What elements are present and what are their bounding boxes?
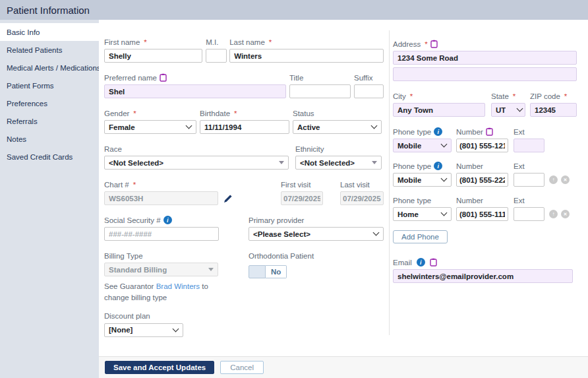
sidebar-item-patient-forms[interactable]: Patient Forms — [0, 77, 99, 94]
guarantor-note: See Guarantor Brad Winters to change bil… — [104, 281, 229, 304]
email-label: Email — [393, 258, 573, 267]
remove-phone-icon[interactable] — [561, 210, 570, 218]
address-line2-input[interactable] — [393, 67, 577, 81]
move-up-icon[interactable] — [549, 175, 558, 184]
required-marker: * — [144, 38, 146, 46]
first-visit-input — [281, 191, 323, 205]
chevron-down-icon — [371, 123, 378, 129]
birthdate-label: Birthdate* — [200, 109, 289, 117]
birthdate-input[interactable] — [200, 120, 289, 134]
add-phone-button[interactable]: Add Phone — [393, 230, 448, 243]
info-icon[interactable] — [417, 258, 425, 267]
billing-type-select: Standard Billing — [104, 263, 218, 276]
suffix-label: Suffix — [354, 73, 384, 82]
clipboard-icon[interactable] — [160, 73, 167, 82]
toggle-track — [249, 265, 266, 278]
race-select[interactable]: <Not Selected> — [104, 156, 289, 170]
phone-ext-input[interactable] — [514, 139, 544, 152]
phone-ext-input[interactable] — [514, 207, 544, 221]
sidebar-item-saved-credit-cards[interactable]: Saved Credit Cards — [0, 148, 99, 166]
required-marker: * — [425, 40, 427, 48]
billing-type-label: Billing Type — [104, 251, 247, 260]
city-label: City* — [393, 92, 485, 100]
ssn-input[interactable] — [104, 227, 219, 241]
preferred-name-input[interactable] — [104, 84, 286, 98]
sidebar: Basic Info Related Patients Medical Aler… — [0, 20, 99, 378]
save-button[interactable]: Save and Accept Updates — [105, 361, 214, 374]
move-up-icon[interactable] — [549, 210, 558, 218]
phone-ext-input[interactable] — [514, 173, 544, 187]
mi-input[interactable] — [206, 49, 227, 63]
chart-number-input — [104, 191, 218, 205]
state-label: State* — [491, 92, 525, 100]
phone-type-label: Phone type — [393, 196, 452, 205]
phone-type-select[interactable]: Mobile — [393, 139, 452, 152]
title-input[interactable] — [289, 84, 351, 98]
clipboard-icon[interactable] — [430, 258, 437, 267]
phone-number-input[interactable] — [456, 173, 508, 187]
gender-select[interactable]: Female — [104, 120, 196, 134]
chevron-down-icon — [441, 175, 448, 182]
form-footer: Save and Accept Updates Cancel — [99, 356, 588, 378]
status-select[interactable]: Active — [293, 120, 382, 134]
last-visit-label: Last visit — [340, 180, 384, 189]
info-icon[interactable] — [434, 127, 442, 136]
sidebar-item-basic-info[interactable]: Basic Info — [0, 23, 99, 41]
zip-input[interactable] — [530, 103, 577, 117]
phone-number-label: Number — [456, 196, 508, 205]
ethnicity-select[interactable]: <Not Selected> — [295, 156, 382, 170]
email-input[interactable] — [393, 269, 573, 283]
first-name-label: First name* — [104, 38, 202, 46]
address-label: Address* — [393, 40, 577, 48]
chevron-down-icon — [517, 106, 523, 112]
discount-plan-select[interactable]: [None] — [104, 323, 183, 337]
basic-info-form: First name* M.I. Last name* Pre — [99, 20, 384, 356]
phone-number-input[interactable] — [456, 139, 508, 152]
page-title: Patient Information — [7, 5, 90, 16]
suffix-input[interactable] — [354, 84, 384, 98]
cancel-button[interactable]: Cancel — [220, 361, 264, 374]
phone-type-select[interactable]: Home — [393, 207, 452, 221]
ethnicity-label: Ethnicity — [295, 144, 382, 153]
mi-label: M.I. — [206, 38, 227, 46]
page-header: Patient Information — [0, 0, 588, 20]
caret-down-icon — [372, 161, 377, 164]
remove-phone-icon[interactable] — [561, 175, 570, 184]
caret-down-icon — [279, 161, 284, 164]
sidebar-item-related-patients[interactable]: Related Patients — [0, 41, 99, 59]
sidebar-item-medical-alerts[interactable]: Medical Alerts / Medications — [0, 59, 99, 77]
sidebar-item-referrals[interactable]: Referrals — [0, 112, 99, 130]
clipboard-icon[interactable] — [430, 40, 438, 48]
toggle-state-label: No — [266, 265, 287, 278]
guarantor-link[interactable]: Brad Winters — [156, 282, 200, 290]
ssn-label: Social Security # — [104, 216, 219, 224]
orthodontia-toggle[interactable]: No — [249, 265, 384, 278]
phone-number-input[interactable] — [456, 207, 508, 221]
phone-number-label: Number — [456, 127, 508, 136]
address-line1-input[interactable] — [393, 51, 577, 65]
phone-ext-label: Ext — [514, 127, 544, 136]
required-marker: * — [234, 110, 237, 117]
sidebar-item-notes[interactable]: Notes — [0, 130, 99, 148]
chevron-down-icon — [441, 210, 448, 216]
contact-info-form: Address* City* State* UT — [393, 20, 579, 356]
required-marker: * — [269, 38, 272, 46]
info-icon[interactable] — [163, 216, 172, 224]
sidebar-item-preferences[interactable]: Preferences — [0, 94, 99, 112]
primary-provider-select[interactable]: <Please Select> — [249, 227, 384, 241]
pencil-icon[interactable] — [223, 194, 233, 203]
state-select[interactable]: UT — [491, 103, 525, 117]
zip-label: ZIP code* — [530, 92, 577, 100]
discount-plan-label: Discount plan — [104, 312, 183, 321]
phone-type-select[interactable]: Mobile — [393, 173, 452, 187]
clipboard-icon[interactable] — [486, 127, 493, 136]
first-name-input[interactable] — [104, 49, 202, 63]
caret-down-icon — [208, 268, 214, 271]
last-name-input[interactable] — [229, 49, 384, 63]
last-name-label: Last name* — [229, 38, 384, 46]
status-label: Status — [293, 109, 382, 117]
city-input[interactable] — [393, 103, 485, 117]
preferred-name-label: Preferred name — [104, 73, 286, 82]
primary-provider-label: Primary provider — [249, 216, 384, 224]
info-icon[interactable] — [434, 162, 442, 170]
